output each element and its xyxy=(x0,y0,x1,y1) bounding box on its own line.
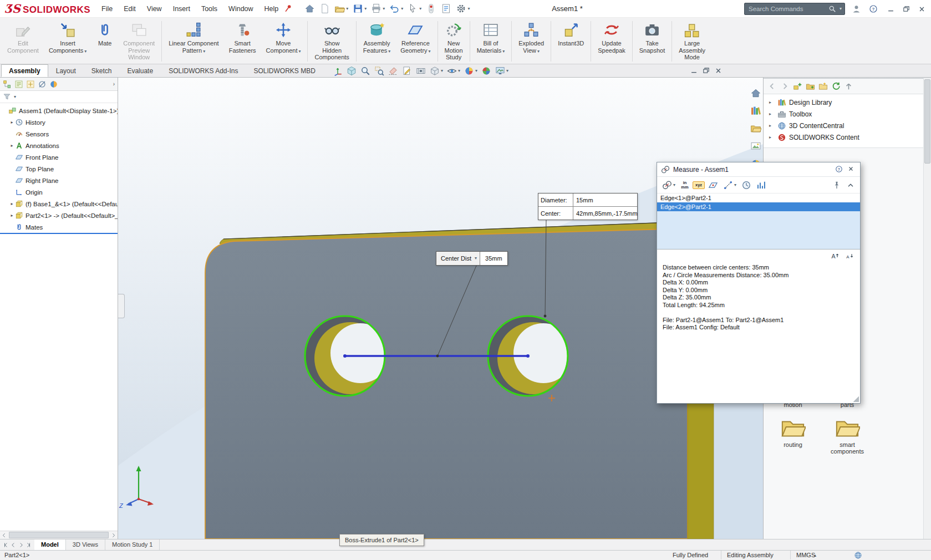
feature-tree-hscrollbar[interactable] xyxy=(0,531,118,539)
orientation-triad-button[interactable] xyxy=(332,65,344,77)
tab-sketch[interactable]: Sketch xyxy=(84,64,120,77)
feature-tree-filter[interactable]: ▾ xyxy=(0,91,118,103)
menu-help[interactable]: Help xyxy=(259,0,284,18)
tree-item-right[interactable]: Right Plane xyxy=(0,175,118,186)
scene-button[interactable]: ▾ xyxy=(494,65,510,77)
help-icon[interactable]: ? xyxy=(867,3,879,15)
select-button[interactable]: ▾ xyxy=(406,2,423,15)
new-document-button[interactable] xyxy=(318,2,332,15)
tree-item-front[interactable]: Front Plane xyxy=(0,151,118,163)
scroll-left-icon[interactable] xyxy=(0,531,8,539)
display-style-button[interactable]: ▾ xyxy=(429,65,444,77)
expand-arrow-icon[interactable]: ▸ xyxy=(9,201,15,206)
search-icon[interactable] xyxy=(828,5,836,13)
selection-list-item[interactable]: Edge<1>@Part2-1 xyxy=(657,194,860,202)
save-button[interactable]: ▾ xyxy=(351,2,368,15)
back-button[interactable] xyxy=(767,82,777,91)
film-button[interactable] xyxy=(415,65,427,77)
tree-item-top[interactable]: Top Plane xyxy=(0,163,118,175)
arc-circle-measure-button[interactable]: ▾ xyxy=(660,179,677,192)
study-tab-motion-study-1[interactable]: Motion Study 1 xyxy=(105,539,160,550)
up-arrow-button[interactable] xyxy=(844,82,853,91)
smart-fasteners-button[interactable]: Smart Fasteners xyxy=(225,19,261,64)
move-component-button[interactable]: Move Component▾ xyxy=(262,19,306,64)
window-minimize-icon[interactable] xyxy=(884,3,897,15)
search-input[interactable] xyxy=(747,5,826,13)
print-button[interactable]: ▾ xyxy=(369,2,386,15)
large-assembly-mode-button[interactable]: Large Assembly Mode xyxy=(674,19,710,64)
scroll-right-icon[interactable] xyxy=(109,531,118,539)
configurationmanager-icon[interactable] xyxy=(26,80,35,89)
zoom-fit-button[interactable] xyxy=(359,65,372,77)
mate-button[interactable]: Mate xyxy=(92,19,118,64)
undo-button[interactable]: ▾ xyxy=(388,2,405,15)
file-explorer-icon[interactable] xyxy=(750,123,761,136)
tab-evaluate[interactable]: Evaluate xyxy=(119,64,161,77)
forward-button[interactable] xyxy=(780,82,790,91)
expand-arrow-icon[interactable]: ▸ xyxy=(9,143,15,148)
add-to-library-button[interactable] xyxy=(793,82,802,91)
view-palette-icon[interactable] xyxy=(750,141,761,154)
expand-arrow-icon[interactable]: ▸ xyxy=(9,213,15,218)
search-caret-icon[interactable]: ▾ xyxy=(840,7,842,11)
take-snapshot-button[interactable]: Take Snapshot xyxy=(635,19,669,64)
home-icon[interactable] xyxy=(750,88,761,101)
dialog-help-icon[interactable]: ? xyxy=(835,165,844,174)
part-front-face[interactable] xyxy=(205,228,688,539)
tree-item-f[interactable]: ▸(f) Base1_&<1> (Default<<Defaul xyxy=(0,198,118,210)
new-folder-button[interactable] xyxy=(818,82,828,91)
insert-components-button[interactable]: Insert Components▾ xyxy=(44,19,91,64)
library-folder-routing[interactable]: routing xyxy=(770,415,816,455)
tree-item-mates[interactable]: Mates xyxy=(0,221,118,234)
displaymanager-icon[interactable] xyxy=(49,80,58,89)
fm-tabs-chevron-icon[interactable]: › xyxy=(113,81,115,87)
expand-arrow-icon[interactable]: ▸ xyxy=(769,135,775,140)
center-dist-dropdown[interactable]: Center Dist ▾ xyxy=(436,252,480,265)
study-tab-3d-views[interactable]: 3D Views xyxy=(66,539,105,550)
tab-solidworks-mbd[interactable]: SOLIDWORKS MBD xyxy=(246,64,323,77)
tree-item-sensors[interactable]: Sensors xyxy=(0,128,118,140)
view-cube-button[interactable] xyxy=(345,65,358,77)
tree-item-history[interactable]: ▸History xyxy=(0,116,118,128)
home-button[interactable] xyxy=(303,2,317,15)
create-sensor-button[interactable] xyxy=(755,179,768,192)
menu-tools[interactable]: Tools xyxy=(196,0,223,18)
reference-geometry-button[interactable]: Reference Geometry▾ xyxy=(396,19,435,64)
window-restore-icon[interactable] xyxy=(900,3,912,15)
dialog-resize-grip[interactable] xyxy=(852,395,859,402)
linear-component-pattern-button[interactable]: Linear Component Pattern▾ xyxy=(164,19,223,64)
pin-menu-icon[interactable] xyxy=(284,4,294,14)
doc-window-close-icon[interactable] xyxy=(714,67,723,75)
new-motion-study-button[interactable]: New Motion Study xyxy=(440,19,467,64)
scrollbar-thumb[interactable] xyxy=(924,79,930,164)
dialog-pin-button[interactable] xyxy=(831,179,843,191)
menu-edit[interactable]: Edit xyxy=(118,0,141,18)
menu-insert[interactable]: Insert xyxy=(167,0,196,18)
hide-show-button[interactable]: ▾ xyxy=(446,65,461,77)
rebuild-button[interactable] xyxy=(424,2,438,15)
point-to-point-button[interactable]: ▾ xyxy=(721,179,738,192)
user-account-icon[interactable] xyxy=(850,3,862,15)
render-ball-button[interactable] xyxy=(480,65,492,77)
tab-solidworks-add-ins[interactable]: SOLIDWORKS Add-Ins xyxy=(161,64,246,77)
library-folder-smart-components[interactable]: smart components xyxy=(825,415,870,455)
units-button[interactable]: in mm xyxy=(679,179,691,191)
window-close-icon[interactable] xyxy=(915,3,928,15)
projected-on-button[interactable] xyxy=(706,179,720,192)
nav-first-icon[interactable] xyxy=(2,542,9,548)
tab-layout[interactable]: Layout xyxy=(48,64,84,77)
taskpane-item-solidworks-content[interactable]: ▸SOLIDWORKS Content xyxy=(764,131,931,143)
expand-arrow-icon[interactable]: ▸ xyxy=(769,123,775,128)
expand-arrow-icon[interactable]: ▸ xyxy=(9,120,15,125)
propertymanager-icon[interactable] xyxy=(14,80,23,89)
measure-dialog-titlebar[interactable]: Measure - Assem1 ? xyxy=(657,162,860,177)
menu-file[interactable]: File xyxy=(96,0,118,18)
nav-prev-icon[interactable] xyxy=(10,542,17,548)
tree-item-part2-1[interactable]: ▸Part2<1> -> (Default<<Default>_ xyxy=(0,210,118,221)
tree-item-annotations[interactable]: ▸Annotations xyxy=(0,140,118,151)
sketch-button[interactable] xyxy=(401,65,413,77)
featuremanager-tree-icon[interactable] xyxy=(3,80,12,89)
bill-of-materials-button[interactable]: Bill of Materials▾ xyxy=(472,19,510,64)
update-speedpak-button[interactable]: Update Speedpak xyxy=(593,19,630,64)
dialog-close-icon[interactable] xyxy=(847,165,856,174)
